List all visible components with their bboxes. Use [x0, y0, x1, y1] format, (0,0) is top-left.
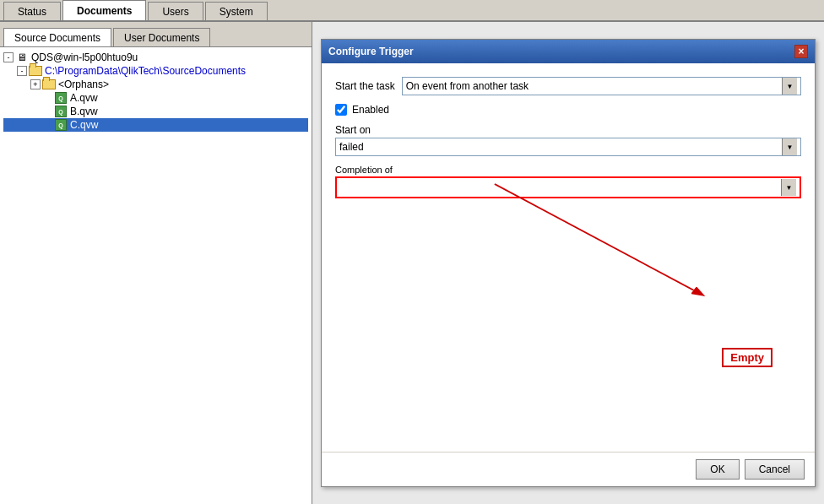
- qvw-icon-c: Q: [54, 119, 68, 131]
- server-icon: 🖥: [15, 51, 29, 63]
- completion-arrow: ▼: [781, 179, 796, 196]
- folder-icon-path: [29, 65, 42, 77]
- tree-expand-path[interactable]: -: [17, 66, 27, 76]
- dialog-footer: OK Cancel: [322, 452, 815, 486]
- tree-item-aqvw[interactable]: Q A.qvw: [3, 91, 308, 105]
- tree-item-bqvw[interactable]: Q B.qvw: [3, 105, 308, 118]
- start-on-group: Start on failed ▼: [335, 124, 801, 156]
- panel-tab-user-documents[interactable]: User Documents: [113, 28, 210, 46]
- tab-system[interactable]: System: [205, 2, 268, 20]
- panel-tab-source-documents[interactable]: Source Documents: [3, 28, 111, 46]
- main-area: Source Documents User Documents - 🖥 QDS@…: [0, 22, 824, 504]
- top-tab-bar: Status Documents Users System: [0, 0, 824, 22]
- tab-documents[interactable]: Documents: [62, 0, 146, 20]
- tab-users[interactable]: Users: [148, 2, 203, 20]
- start-task-label: Start the task: [335, 80, 395, 92]
- enabled-row: Enabled: [335, 104, 801, 116]
- right-area: Configure Trigger × Start the task On ev…: [312, 22, 824, 504]
- dialog-content: Start the task On event from another tas…: [322, 63, 815, 452]
- empty-annotation-label: Empty: [722, 348, 772, 367]
- completion-select-wrapper: ▼: [335, 176, 801, 198]
- tree-expand-server[interactable]: -: [3, 52, 14, 62]
- completion-select[interactable]: ▼: [337, 178, 800, 197]
- ok-button[interactable]: OK: [696, 459, 739, 480]
- tree-item-cqvw[interactable]: Q C.qvw: [3, 118, 308, 132]
- start-task-select[interactable]: On event from another task ▼: [402, 77, 801, 95]
- start-task-arrow: ▼: [782, 78, 797, 95]
- start-on-label: Start on: [335, 124, 801, 136]
- left-panel: Source Documents User Documents - 🖥 QDS@…: [0, 22, 312, 504]
- tab-status[interactable]: Status: [3, 2, 61, 20]
- completion-label: Completion of: [335, 165, 801, 175]
- qvw-icon-a: Q: [54, 92, 68, 104]
- enabled-checkbox[interactable]: [335, 104, 347, 116]
- folder-icon-orphans: [42, 79, 56, 90]
- tree-item-orphans[interactable]: + <Orphans>: [3, 78, 308, 91]
- cancel-button[interactable]: Cancel: [745, 459, 805, 480]
- start-on-select[interactable]: failed ▼: [335, 138, 801, 156]
- start-on-arrow: ▼: [782, 138, 797, 155]
- svg-line-0: [495, 184, 694, 290]
- panel-tab-bar: Source Documents User Documents: [0, 22, 312, 47]
- tree-item-server[interactable]: - 🖥 QDS@win-l5p00htuo9u: [3, 51, 308, 64]
- qvw-icon-b: Q: [54, 106, 68, 117]
- dialog-close-button[interactable]: ×: [794, 45, 808, 58]
- dialog-titlebar: Configure Trigger ×: [322, 40, 815, 63]
- enabled-label: Enabled: [352, 104, 389, 116]
- completion-group: Completion of ▼: [335, 165, 801, 198]
- tree-expand-orphans[interactable]: +: [30, 79, 41, 89]
- tree-item-path[interactable]: - C:\ProgramData\QlikTech\SourceDocument…: [3, 64, 308, 78]
- file-tree: - 🖥 QDS@win-l5p00htuo9u - C:\ProgramData…: [0, 47, 312, 504]
- dialog-title: Configure Trigger: [328, 46, 414, 57]
- configure-trigger-dialog: Configure Trigger × Start the task On ev…: [321, 39, 816, 487]
- start-task-row: Start the task On event from another tas…: [335, 77, 801, 95]
